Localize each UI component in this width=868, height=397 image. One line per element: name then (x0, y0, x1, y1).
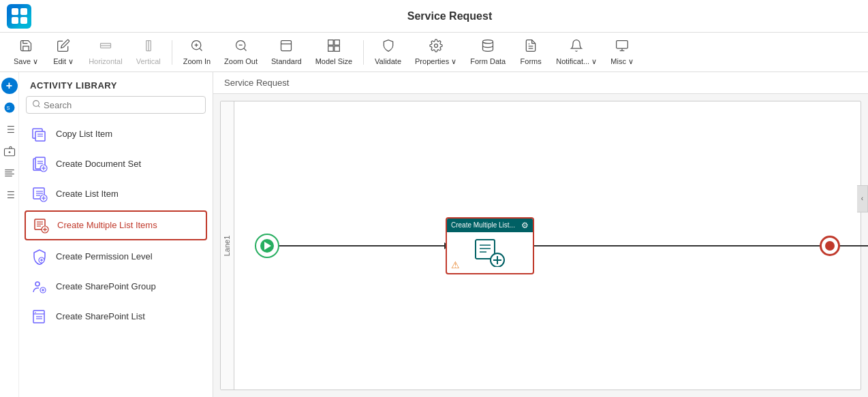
validate-button[interactable]: Validate (369, 36, 407, 68)
activity-warning-icon: ⚠ (451, 259, 460, 270)
zoom-out-button[interactable]: Zoom Out (219, 36, 263, 68)
vertical-icon (142, 39, 155, 56)
svg-rect-14 (335, 40, 340, 45)
validate-icon (382, 39, 395, 56)
library-item-create-document-set[interactable]: Create Document Set (19, 149, 213, 179)
activity-node-title: Create Multiple List... (451, 221, 515, 229)
library-item-create-permission-level[interactable]: Create Permission Level (19, 242, 213, 272)
misc-button[interactable]: Misc ∨ (605, 36, 639, 69)
zoom-in-button[interactable]: Zoom In (178, 36, 216, 68)
nav-icon-sharepoint[interactable]: S (1, 99, 18, 116)
vertical-label: Vertical (136, 57, 161, 65)
validate-label: Validate (375, 57, 401, 65)
activity-library: ACTIVITY LIBRARY Co (19, 72, 213, 397)
svg-point-72 (35, 282, 40, 286)
form-data-label: Form Data (470, 57, 506, 65)
horizontal-icon (99, 39, 112, 56)
create-multiple-list-items-icon (31, 216, 50, 235)
edit-icon (57, 39, 70, 56)
create-list-item-icon (30, 185, 49, 204)
create-permission-level-icon (30, 247, 49, 266)
properties-icon (429, 39, 443, 56)
library-item-copy-list-item[interactable]: Copy List Item (19, 119, 213, 149)
left-nav: + S (0, 72, 19, 397)
form-data-button[interactable]: Form Data (465, 36, 511, 68)
lane-label: Lane1 (221, 101, 234, 390)
edit-button[interactable]: Edit ∨ (46, 36, 80, 69)
library-item-create-multiple-list-items[interactable]: Create Multiple List Items (25, 210, 207, 240)
svg-text:S: S (6, 105, 10, 111)
create-sharepoint-list-icon (30, 307, 49, 326)
add-nav-button[interactable]: + (1, 78, 18, 94)
model-size-label: Model Size (315, 57, 352, 65)
create-list-item-label: Create List Item (56, 189, 119, 200)
library-item-create-list-item[interactable]: Create List Item (19, 179, 213, 209)
svg-point-18 (483, 40, 493, 44)
page-title: Service Request (38, 10, 861, 22)
search-box (26, 96, 206, 114)
horizontal-button[interactable]: Horizontal (83, 36, 128, 68)
notifications-label: Notificat... ∨ (556, 57, 597, 66)
canvas-breadcrumb: Service Request (213, 72, 868, 94)
model-size-button[interactable]: Model Size (310, 36, 358, 68)
svg-point-17 (434, 44, 437, 47)
create-sharepoint-group-label: Create SharePoint Group (56, 281, 156, 293)
create-document-set-label: Create Document Set (56, 159, 141, 170)
create-sharepoint-group-icon (30, 277, 49, 296)
start-node[interactable] (255, 234, 279, 258)
vertical-button[interactable]: Vertical (131, 36, 166, 68)
lane-container: Lane1 Create (220, 101, 861, 390)
start-inner (260, 239, 274, 253)
save-button[interactable]: Save ∨ (8, 36, 44, 69)
forms-label: Forms (521, 57, 542, 65)
activity-node-gear-icon[interactable]: ⚙ (521, 221, 529, 230)
nav-icon-list[interactable] (1, 121, 18, 138)
search-input[interactable] (44, 100, 200, 110)
notifications-button[interactable]: Notificat... ∨ (551, 36, 602, 69)
connector-line-2 (534, 245, 868, 247)
properties-label: Properties ∨ (415, 57, 456, 66)
create-permission-level-label: Create Permission Level (56, 251, 153, 263)
svg-point-42 (33, 101, 40, 107)
copy-list-item-icon (30, 125, 49, 144)
library-items-list: Copy List Item Create Document Set (19, 119, 213, 397)
svg-rect-16 (335, 46, 340, 52)
toolbar-separator-2 (363, 40, 364, 65)
form-data-icon (481, 39, 495, 56)
canvas-content[interactable]: Lane1 Create (213, 94, 868, 397)
top-bar: Service Request (0, 0, 868, 33)
standard-button[interactable]: Standard (266, 36, 307, 68)
nav-icon-id[interactable] (1, 143, 18, 159)
save-label: Save ∨ (14, 57, 38, 66)
connector-line-1 (279, 245, 446, 247)
edit-label: Edit ∨ (53, 57, 74, 66)
library-item-create-sharepoint-group[interactable]: Create SharePoint Group (19, 272, 213, 302)
notifications-icon (570, 39, 583, 56)
lane-content: Create Multiple List... ⚙ (234, 101, 861, 390)
standard-label: Standard (271, 57, 302, 65)
standard-icon (279, 39, 293, 56)
library-item-create-sharepoint-list[interactable]: Create SharePoint List (19, 302, 213, 332)
misc-label: Misc ∨ (610, 57, 634, 66)
properties-button[interactable]: Properties ∨ (409, 36, 462, 69)
main-layout: + S ACTIVITY LIBRARY (0, 72, 868, 397)
create-multiple-list-node-icon (474, 238, 506, 267)
nav-icon-text[interactable] (1, 165, 18, 181)
end-node[interactable] (820, 236, 840, 256)
misc-icon (615, 39, 629, 56)
app-logo (7, 4, 31, 29)
forms-button[interactable]: Forms (514, 36, 548, 68)
play-triangle-icon (264, 242, 271, 250)
activity-node-header: Create Multiple List... ⚙ (447, 219, 533, 232)
end-inner (825, 241, 835, 251)
toolbar: Save ∨ Edit ∨ Horizontal Vertical (0, 33, 868, 72)
zoom-in-icon (190, 39, 204, 56)
activity-node-body: ⚠ (447, 232, 533, 273)
lane-label-text: Lane1 (223, 235, 232, 256)
activity-node[interactable]: Create Multiple List... ⚙ (446, 217, 534, 274)
nav-icon-settings[interactable] (1, 187, 18, 203)
svg-rect-13 (328, 40, 334, 45)
model-size-icon (327, 39, 341, 56)
svg-rect-15 (328, 46, 334, 52)
search-icon (32, 99, 41, 110)
